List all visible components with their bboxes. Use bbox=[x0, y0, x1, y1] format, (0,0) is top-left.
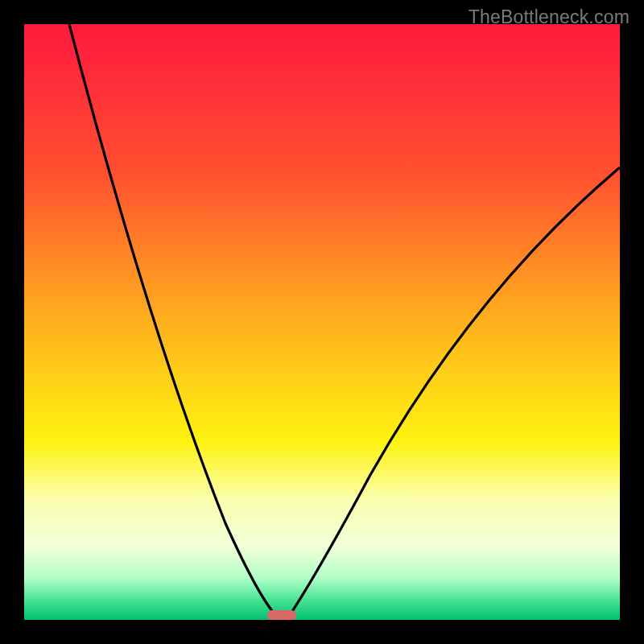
right-branch-curve bbox=[287, 167, 620, 620]
minimum-marker bbox=[267, 610, 296, 620]
plot-area bbox=[24, 24, 620, 620]
left-branch-curve bbox=[69, 24, 280, 620]
watermark-text: TheBottleneck.com bbox=[469, 6, 630, 28]
bottleneck-curves bbox=[24, 24, 620, 620]
